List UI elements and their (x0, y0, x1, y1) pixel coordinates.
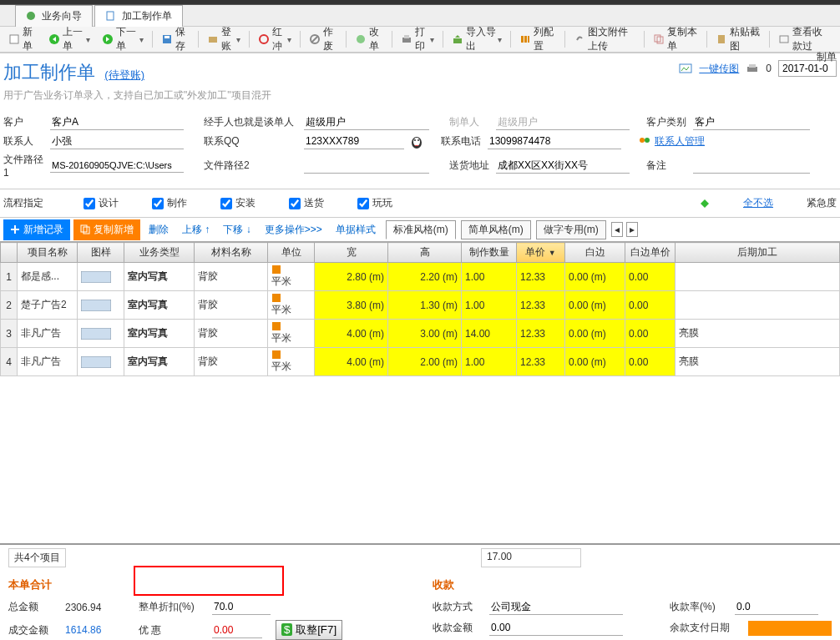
chk-make[interactable]: 制作 (152, 196, 187, 210)
custtype-input[interactable] (693, 114, 810, 130)
style-link[interactable]: 单据样式 (331, 223, 381, 237)
col-rownum[interactable] (1, 243, 18, 263)
unselect-link[interactable]: 全不选 (743, 196, 773, 210)
col-price[interactable]: 单价 ▼ (517, 243, 565, 263)
rate-input[interactable] (735, 599, 818, 615)
data-grid[interactable]: 项目名称 图样 业务类型 材料名称 单位 宽 高 制作数量 单价 ▼ 白边 白边… (0, 241, 840, 376)
col-post[interactable]: 后期加工 (676, 243, 840, 263)
duedate-input[interactable] (748, 621, 832, 636)
svg-rect-7 (209, 37, 217, 43)
redflush-icon (258, 33, 270, 45)
print-button[interactable]: 打印▾ (396, 23, 439, 56)
svg-point-26 (413, 138, 420, 146)
more-link[interactable]: 更多操作>>> (260, 223, 327, 237)
modify-button[interactable]: 改单 (350, 23, 388, 56)
phone-input[interactable] (488, 134, 621, 149)
gridtab-standard[interactable]: 标准风格(m) (386, 220, 456, 239)
svg-point-0 (27, 12, 35, 20)
handler-label: 经手人也就是谈单人 (204, 115, 304, 129)
col-unit[interactable]: 单位 (268, 243, 315, 263)
col-biz[interactable]: 业务类型 (124, 243, 195, 263)
col-mat[interactable]: 材料名称 (195, 243, 268, 263)
copy-button[interactable]: 复制本单 (648, 23, 703, 56)
chevron-down-icon: ▾ (139, 35, 144, 44)
void-button[interactable]: 作废 (304, 23, 342, 56)
gross-label: 总金额 (8, 600, 58, 614)
col-name[interactable]: 项目名称 (18, 243, 78, 263)
svg-rect-1 (107, 12, 114, 20)
wizard-icon (26, 11, 36, 21)
chk-install[interactable]: 安装 (220, 196, 256, 210)
qq-input[interactable] (304, 134, 404, 149)
chk-design[interactable]: 设计 (83, 196, 119, 210)
addrow-button[interactable]: 新增记录 (3, 219, 70, 240)
copyrow-button[interactable]: 复制新增 (73, 219, 140, 240)
pasteimg-button[interactable]: 粘贴截图 (711, 23, 766, 56)
colconf-button[interactable]: 列配置 (514, 23, 561, 56)
gridtab-text[interactable]: 做字专用(m) (536, 220, 606, 239)
post-button[interactable]: 登账▾ (202, 23, 245, 56)
svg-rect-13 (404, 35, 409, 38)
copy-icon (653, 33, 665, 45)
attach-icon (574, 33, 585, 45)
prev-button[interactable]: 上一单▾ (43, 23, 95, 56)
new-button[interactable]: 新单 (3, 23, 42, 56)
amt-input[interactable] (489, 620, 623, 636)
viewreceipt-icon (778, 33, 790, 45)
up-link[interactable]: 上移 ↑ (177, 223, 215, 237)
svg-point-11 (357, 35, 365, 43)
tab-scroll-left[interactable]: ◂ (611, 222, 623, 237)
path1-input[interactable] (50, 159, 184, 173)
doc-icon (105, 11, 115, 21)
chk-play[interactable]: 玩玩 (357, 196, 392, 210)
contactmgr-link[interactable]: 联系人管理 (655, 134, 705, 149)
svg-point-28 (417, 139, 419, 141)
handler-input[interactable] (304, 114, 429, 130)
svg-point-27 (414, 139, 416, 141)
col-thumb[interactable]: 图样 (78, 243, 124, 263)
remark-label: 备注 (646, 159, 693, 173)
modify-icon (355, 33, 367, 45)
pending-link[interactable]: (待登账) (104, 68, 144, 81)
del-link[interactable]: 删除 (144, 223, 174, 237)
printer-icon[interactable] (746, 63, 759, 74)
table-row[interactable]: 4 非凡广告 室内写真 背胶 平米 4.00 (m) 2.00 (m) 1.00… (1, 348, 840, 376)
next-button[interactable]: 下一单▾ (97, 23, 149, 56)
customer-input[interactable] (50, 114, 184, 130)
col-w[interactable]: 宽 (315, 243, 388, 263)
disc-input[interactable] (212, 599, 271, 615)
qq-icon[interactable] (409, 134, 424, 149)
svg-rect-40 (272, 322, 281, 330)
col-h[interactable]: 高 (388, 243, 462, 263)
row-count: 共4个项目 (8, 548, 66, 567)
deal-value: 1614.86 (65, 624, 132, 636)
svg-point-30 (645, 138, 650, 143)
imgupload-button[interactable]: 图文附件上传 (569, 23, 640, 56)
impexp-button[interactable]: 导入导出▾ (447, 23, 507, 56)
table-row[interactable]: 1 都是感... 室内写真 背胶 平米 2.80 (m) 2.20 (m) 1.… (1, 263, 840, 291)
col-qty[interactable]: 制作数量 (462, 243, 517, 263)
chk-deliver[interactable]: 送货 (289, 196, 324, 210)
col-mprice[interactable]: 白边单价 (625, 243, 676, 263)
tab-scroll-right[interactable]: ▸ (626, 222, 638, 237)
method-input[interactable] (489, 599, 623, 615)
pref-input[interactable] (212, 622, 262, 638)
people-icon (638, 136, 651, 148)
col-margin[interactable]: 白边 (565, 243, 625, 263)
table-row[interactable]: 3 非凡广告 室内写真 背胶 平米 4.00 (m) 3.00 (m) 14.0… (1, 320, 840, 348)
save-button[interactable]: 保存 (156, 23, 195, 56)
arrow-left-icon (48, 33, 60, 45)
addr-label: 送货地址 (449, 159, 496, 173)
sendimg-link[interactable]: 一键传图 (699, 62, 739, 76)
gridtab-simple[interactable]: 简单风格(m) (461, 220, 531, 239)
svg-point-8 (260, 35, 268, 43)
remark-input[interactable] (693, 158, 810, 174)
redflush-button[interactable]: 红冲▾ (253, 23, 296, 56)
down-link[interactable]: 下移 ↓ (218, 223, 256, 237)
table-row[interactable]: 2 楚子广告2 室内写真 背胶 平米 3.80 (m) 1.30 (m) 1.0… (1, 291, 840, 320)
path2-input[interactable] (304, 158, 429, 174)
addr-input[interactable] (496, 158, 630, 174)
contact-input[interactable] (50, 134, 184, 149)
round-button[interactable]: $ 取整[F7] (276, 620, 342, 640)
colconf-icon (519, 33, 531, 45)
